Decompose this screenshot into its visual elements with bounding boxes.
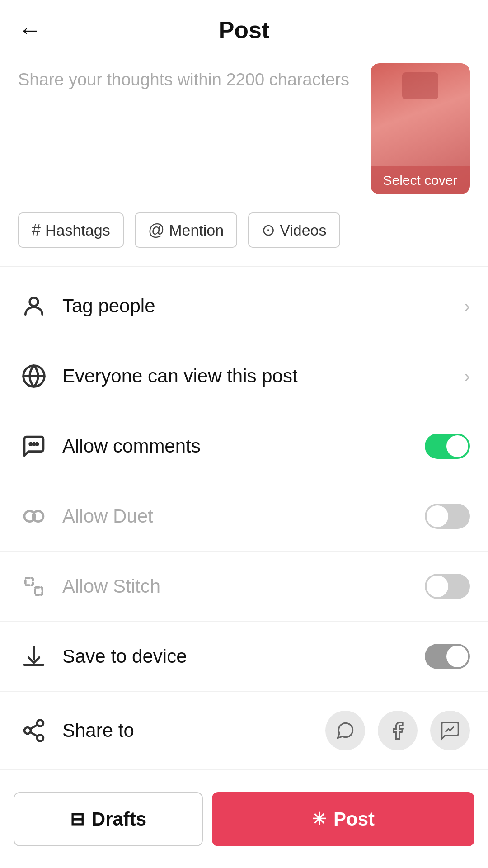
allow-comments-label: Allow comments [62, 435, 425, 457]
allow-comments-right [425, 434, 470, 459]
drafts-button[interactable]: ⊟ Drafts [14, 792, 203, 846]
allow-stitch-right [425, 574, 470, 599]
allow-duet-row[interactable]: Allow Duet [0, 481, 488, 552]
allow-stitch-row[interactable]: Allow Stitch [0, 552, 488, 622]
facebook-button[interactable] [378, 711, 418, 750]
tag-people-row[interactable]: Tag people › [0, 271, 488, 341]
header: ← Post [0, 0, 488, 54]
drafts-icon: ⊟ [70, 809, 84, 829]
allow-duet-label: Allow Duet [62, 505, 425, 527]
share-to-label: Share to [62, 720, 325, 741]
post-label: Post [333, 808, 375, 830]
svg-point-4 [36, 443, 38, 445]
tag-people-chevron: › [464, 296, 470, 316]
download-icon [18, 641, 50, 672]
allow-comments-row[interactable]: Allow comments [0, 411, 488, 481]
mention-icon: @ [148, 221, 165, 240]
hashtags-button[interactable]: # Hashtags [18, 212, 124, 248]
hashtag-icon: # [32, 221, 41, 240]
whatsapp-button[interactable] [325, 711, 365, 750]
svg-point-2 [30, 443, 32, 445]
allow-duet-right [425, 504, 470, 529]
duet-icon [18, 500, 50, 532]
messenger-button[interactable] [430, 711, 470, 750]
tag-people-right: › [464, 296, 470, 316]
svg-rect-8 [35, 587, 42, 594]
svg-line-12 [30, 732, 38, 736]
settings-list: Tag people › Everyone can view this post… [0, 271, 488, 770]
divider-top [0, 266, 488, 267]
save-device-right [425, 644, 470, 669]
view-privacy-row[interactable]: Everyone can view this post › [0, 341, 488, 411]
select-cover-label[interactable]: Select cover [371, 166, 470, 194]
share-icon [18, 715, 50, 746]
share-to-right [325, 711, 470, 750]
allow-stitch-toggle[interactable] [425, 574, 470, 599]
toggle-knob [427, 505, 448, 527]
bottom-bar: ⊟ Drafts ✳ Post [0, 781, 488, 868]
back-button[interactable]: ← [18, 18, 42, 42]
svg-point-3 [33, 443, 35, 445]
mention-button[interactable]: @ Mention [135, 212, 238, 248]
page-title: Post [219, 16, 270, 43]
caption-input[interactable]: Share your thoughts within 2200 characte… [18, 63, 357, 92]
cover-thumbnail[interactable]: Select cover [371, 63, 470, 194]
svg-point-0 [30, 297, 38, 306]
stitch-icon [18, 571, 50, 602]
toggle-knob [446, 646, 468, 667]
mention-label: Mention [169, 222, 224, 239]
allow-comments-toggle[interactable] [425, 434, 470, 459]
hashtags-label: Hashtags [45, 222, 110, 239]
save-device-row[interactable]: Save to device [0, 622, 488, 692]
save-device-label: Save to device [62, 646, 425, 667]
caption-area: Share your thoughts within 2200 characte… [0, 54, 488, 208]
tag-people-icon [18, 290, 50, 322]
drafts-label: Drafts [92, 808, 146, 830]
videos-button[interactable]: ⊙ Videos [248, 212, 340, 248]
view-privacy-label: Everyone can view this post [62, 365, 464, 387]
save-device-toggle[interactable] [425, 644, 470, 669]
globe-icon [18, 360, 50, 392]
svg-line-13 [30, 725, 38, 729]
comments-icon [18, 430, 50, 462]
toggle-knob [446, 435, 468, 457]
allow-stitch-label: Allow Stitch [62, 576, 425, 597]
view-privacy-right: › [464, 366, 470, 387]
tag-people-label: Tag people [62, 295, 464, 317]
tags-row: # Hashtags @ Mention ⊙ Videos [0, 208, 488, 261]
share-to-row[interactable]: Share to [0, 692, 488, 770]
toggle-knob [427, 576, 448, 597]
post-button[interactable]: ✳ Post [212, 792, 474, 846]
videos-icon: ⊙ [262, 221, 275, 240]
videos-label: Videos [280, 222, 326, 239]
allow-duet-toggle[interactable] [425, 504, 470, 529]
post-icon: ✳ [312, 809, 326, 829]
view-privacy-chevron: › [464, 366, 470, 387]
svg-rect-7 [25, 578, 33, 585]
